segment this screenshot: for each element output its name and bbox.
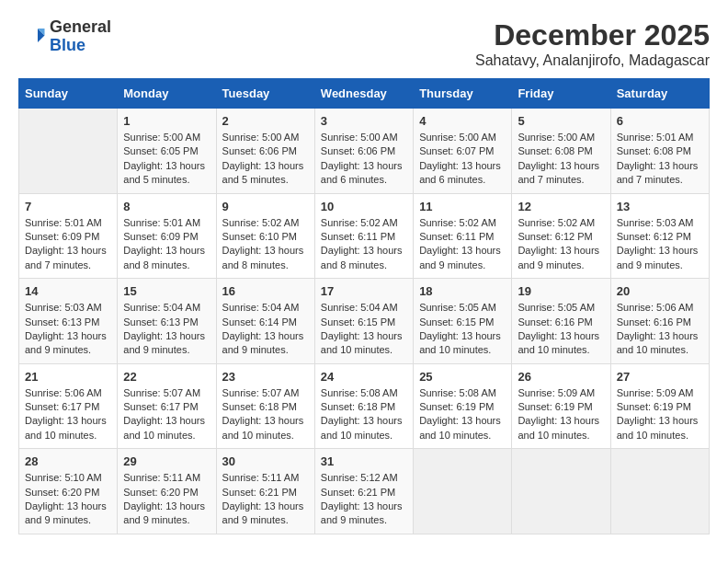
day-number: 11 <box>419 200 506 213</box>
day-number: 18 <box>419 284 506 298</box>
daylight-text: Daylight: 13 hours and 10 minutes. <box>419 415 501 440</box>
sunrise-text: Sunrise: 5:08 AM <box>419 387 496 398</box>
calendar-cell: 1Sunrise: 5:00 AMSunset: 6:05 PMDaylight… <box>118 109 216 194</box>
calendar-cell: 31Sunrise: 5:12 AMSunset: 6:21 PMDayligh… <box>314 449 413 534</box>
sunrise-text: Sunrise: 5:00 AM <box>321 132 398 143</box>
cell-content: Sunrise: 5:06 AMSunset: 6:17 PMDaylight:… <box>25 386 111 443</box>
calendar-cell: 29Sunrise: 5:11 AMSunset: 6:20 PMDayligh… <box>118 449 216 534</box>
daylight-text: Daylight: 13 hours and 9 minutes. <box>518 245 599 270</box>
logo-icon <box>18 23 46 51</box>
daylight-text: Daylight: 13 hours and 9 minutes. <box>321 500 403 525</box>
sunset-text: Sunset: 6:16 PM <box>617 316 691 327</box>
cell-content: Sunrise: 5:01 AMSunset: 6:09 PMDaylight:… <box>25 216 111 273</box>
sunrise-text: Sunrise: 5:02 AM <box>518 217 595 228</box>
calendar-cell: 9Sunrise: 5:02 AMSunset: 6:10 PMDaylight… <box>216 193 314 279</box>
cell-content: Sunrise: 5:00 AMSunset: 6:06 PMDaylight:… <box>222 131 309 188</box>
header-row: SundayMondayTuesdayWednesdayThursdayFrid… <box>19 79 710 109</box>
calendar-cell: 7Sunrise: 5:01 AMSunset: 6:09 PMDaylight… <box>19 193 118 279</box>
sunrise-text: Sunrise: 5:09 AM <box>518 387 595 398</box>
sunrise-text: Sunrise: 5:01 AM <box>25 217 102 228</box>
cell-content: Sunrise: 5:05 AMSunset: 6:15 PMDaylight:… <box>419 301 506 358</box>
daylight-text: Daylight: 13 hours and 9 minutes. <box>25 330 107 355</box>
cell-content: Sunrise: 5:01 AMSunset: 6:09 PMDaylight:… <box>123 216 210 273</box>
calendar-cell <box>610 449 709 534</box>
cell-content: Sunrise: 5:03 AMSunset: 6:12 PMDaylight:… <box>617 216 703 273</box>
page-subtitle: Sahatavy, Analanjirofo, Madagascar <box>475 52 710 69</box>
daylight-text: Daylight: 13 hours and 8 minutes. <box>222 245 304 270</box>
sunrise-text: Sunrise: 5:03 AM <box>617 217 694 228</box>
calendar-cell: 25Sunrise: 5:08 AMSunset: 6:19 PMDayligh… <box>414 363 512 449</box>
daylight-text: Daylight: 13 hours and 10 minutes. <box>518 415 599 440</box>
cell-content: Sunrise: 5:00 AMSunset: 6:08 PMDaylight:… <box>518 131 604 188</box>
day-number: 2 <box>222 114 309 128</box>
calendar-cell: 30Sunrise: 5:11 AMSunset: 6:21 PMDayligh… <box>216 449 314 534</box>
day-number: 9 <box>222 200 309 213</box>
calendar-cell: 28Sunrise: 5:10 AMSunset: 6:20 PMDayligh… <box>19 449 118 534</box>
calendar-cell: 5Sunrise: 5:00 AMSunset: 6:08 PMDaylight… <box>512 109 610 194</box>
sunset-text: Sunset: 6:07 PM <box>419 145 494 156</box>
daylight-text: Daylight: 13 hours and 7 minutes. <box>617 160 699 185</box>
day-number: 4 <box>419 114 506 128</box>
sunrise-text: Sunrise: 5:07 AM <box>222 387 300 398</box>
day-number: 12 <box>518 200 604 213</box>
calendar-cell: 2Sunrise: 5:00 AMSunset: 6:06 PMDaylight… <box>216 109 314 194</box>
calendar-cell: 20Sunrise: 5:06 AMSunset: 6:16 PMDayligh… <box>610 279 709 364</box>
calendar-week-3: 14Sunrise: 5:03 AMSunset: 6:13 PMDayligh… <box>19 279 710 364</box>
sunrise-text: Sunrise: 5:06 AM <box>617 302 694 313</box>
sunset-text: Sunset: 6:17 PM <box>123 401 198 412</box>
calendar-cell: 3Sunrise: 5:00 AMSunset: 6:06 PMDaylight… <box>314 109 413 194</box>
sunset-text: Sunset: 6:13 PM <box>123 316 198 327</box>
sunset-text: Sunset: 6:05 PM <box>123 145 198 156</box>
cell-content: Sunrise: 5:00 AMSunset: 6:07 PMDaylight:… <box>419 131 506 188</box>
sunset-text: Sunset: 6:16 PM <box>518 316 592 327</box>
sunset-text: Sunset: 6:09 PM <box>25 231 99 242</box>
page-header: General Blue December 2025 Sahatavy, Ana… <box>18 18 710 69</box>
daylight-text: Daylight: 13 hours and 10 minutes. <box>321 415 403 440</box>
calendar-body: 1Sunrise: 5:00 AMSunset: 6:05 PMDaylight… <box>19 109 710 534</box>
sunrise-text: Sunrise: 5:06 AM <box>25 387 102 398</box>
day-number: 28 <box>25 454 111 468</box>
daylight-text: Daylight: 13 hours and 6 minutes. <box>321 160 403 185</box>
sunrise-text: Sunrise: 5:05 AM <box>419 302 496 313</box>
sunset-text: Sunset: 6:15 PM <box>419 316 494 327</box>
day-number: 21 <box>25 370 111 384</box>
day-number: 31 <box>321 454 407 468</box>
cell-content: Sunrise: 5:08 AMSunset: 6:19 PMDaylight:… <box>419 386 506 443</box>
sunrise-text: Sunrise: 5:01 AM <box>123 217 200 228</box>
daylight-text: Daylight: 13 hours and 5 minutes. <box>123 160 205 185</box>
calendar-table: SundayMondayTuesdayWednesdayThursdayFrid… <box>18 78 710 534</box>
day-number: 10 <box>321 200 407 213</box>
cell-content: Sunrise: 5:02 AMSunset: 6:11 PMDaylight:… <box>321 216 407 273</box>
sunrise-text: Sunrise: 5:04 AM <box>321 302 398 313</box>
day-number: 3 <box>321 114 407 128</box>
calendar-cell: 13Sunrise: 5:03 AMSunset: 6:12 PMDayligh… <box>610 193 709 279</box>
calendar-cell: 6Sunrise: 5:01 AMSunset: 6:08 PMDaylight… <box>610 109 709 194</box>
day-number: 5 <box>518 114 604 128</box>
daylight-text: Daylight: 13 hours and 6 minutes. <box>419 160 501 185</box>
daylight-text: Daylight: 13 hours and 10 minutes. <box>617 330 699 355</box>
cell-content: Sunrise: 5:06 AMSunset: 6:16 PMDaylight:… <box>617 301 703 358</box>
sunrise-text: Sunrise: 5:00 AM <box>123 132 200 143</box>
sunset-text: Sunset: 6:15 PM <box>321 316 395 327</box>
sunset-text: Sunset: 6:18 PM <box>222 401 297 412</box>
calendar-week-2: 7Sunrise: 5:01 AMSunset: 6:09 PMDaylight… <box>19 193 710 279</box>
calendar-cell: 4Sunrise: 5:00 AMSunset: 6:07 PMDaylight… <box>414 109 512 194</box>
cell-content: Sunrise: 5:07 AMSunset: 6:18 PMDaylight:… <box>222 386 309 443</box>
cell-content: Sunrise: 5:04 AMSunset: 6:13 PMDaylight:… <box>123 301 210 358</box>
calendar-cell: 24Sunrise: 5:08 AMSunset: 6:18 PMDayligh… <box>314 363 413 449</box>
day-number: 24 <box>321 370 407 384</box>
sunrise-text: Sunrise: 5:08 AM <box>321 387 398 398</box>
sunrise-text: Sunrise: 5:01 AM <box>617 132 694 143</box>
day-number: 27 <box>617 370 703 384</box>
cell-content: Sunrise: 5:09 AMSunset: 6:19 PMDaylight:… <box>617 386 703 443</box>
sunrise-text: Sunrise: 5:07 AM <box>123 387 200 398</box>
sunset-text: Sunset: 6:19 PM <box>419 401 494 412</box>
cell-content: Sunrise: 5:07 AMSunset: 6:17 PMDaylight:… <box>123 386 210 443</box>
sunrise-text: Sunrise: 5:10 AM <box>25 472 102 483</box>
title-section: December 2025 Sahatavy, Analanjirofo, Ma… <box>475 18 710 69</box>
calendar-cell: 23Sunrise: 5:07 AMSunset: 6:18 PMDayligh… <box>216 363 314 449</box>
cell-content: Sunrise: 5:00 AMSunset: 6:06 PMDaylight:… <box>321 131 407 188</box>
calendar-week-5: 28Sunrise: 5:10 AMSunset: 6:20 PMDayligh… <box>19 449 710 534</box>
cell-content: Sunrise: 5:03 AMSunset: 6:13 PMDaylight:… <box>25 301 111 358</box>
cell-content: Sunrise: 5:02 AMSunset: 6:10 PMDaylight:… <box>222 216 309 273</box>
